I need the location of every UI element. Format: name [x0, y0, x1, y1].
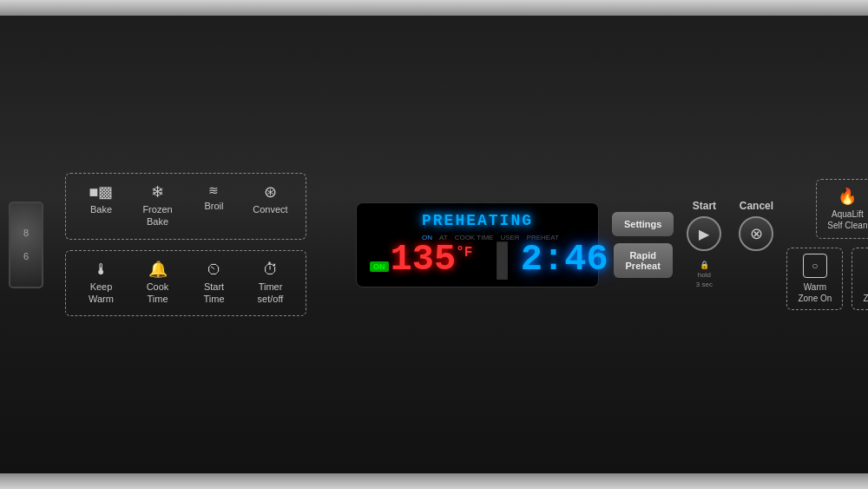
- warm-zone-off-button[interactable]: ⊗ Warm Zone Off: [852, 248, 868, 310]
- temperature-display: 135°F: [391, 241, 473, 278]
- aqualift-button[interactable]: 🔥 AquaLiftSelf Clean: [816, 179, 868, 239]
- on-badge: ON: [370, 261, 389, 272]
- broil-button[interactable]: ≋ Broil: [186, 179, 242, 234]
- time-function-group: 🌡 KeepWarm 🔔 CookTime ⏲ StartTime ⏱ Time…: [65, 250, 306, 317]
- timer-label: Timerset/off: [258, 281, 284, 306]
- rapid-preheat-label: RapidPreheat: [626, 250, 661, 271]
- knob-area: 8 6: [0, 16, 52, 473]
- top-button-row: ■▩ Bake ❄ FrozenBake ≋ Broil ⊛ Convect: [65, 173, 343, 240]
- starttime-icon: ⏲: [207, 261, 222, 277]
- bottom-button-row: 🌡 KeepWarm 🔔 CookTime ⏲ StartTime ⏱ Time…: [65, 250, 343, 317]
- aqualift-label: AquaLiftSelf Clean: [827, 208, 867, 231]
- oven-panel: 8 6 ■▩ Bake ❄ FrozenBake ≋: [0, 0, 868, 489]
- warm-zone-off-label: Warm Zone Off: [861, 281, 868, 304]
- convect-icon: ⊛: [264, 184, 277, 200]
- x-icon: ⊗: [750, 224, 763, 243]
- trim-top: [0, 0, 868, 16]
- timer-button[interactable]: ⏱ Timerset/off: [242, 256, 299, 311]
- broil-label: Broil: [204, 200, 223, 212]
- temp-time-row: ON 135°F ▐ 2:46: [370, 241, 585, 278]
- warm-zone-on-label: Warm Zone On: [796, 281, 833, 304]
- time-display: 2:46: [521, 241, 608, 278]
- center-controls: Settings RapidPreheat: [612, 212, 674, 278]
- right-section: 🔥 AquaLiftSelf Clean ○ Warm Zone On ⊗ Wa…: [786, 179, 868, 310]
- broil-icon: ≋: [208, 184, 220, 196]
- frozen-icon: ❄: [151, 184, 164, 200]
- cook-time-label: CookTime: [147, 281, 169, 306]
- hold-info: 🔒 hold3 sec: [696, 255, 713, 289]
- convect-label: Convect: [253, 203, 287, 215]
- temperature-knob[interactable]: 8 6: [9, 202, 43, 288]
- start-button[interactable]: ▶: [687, 216, 721, 251]
- trim-bottom: [0, 473, 868, 489]
- cook-time-button[interactable]: 🔔 CookTime: [129, 256, 186, 311]
- status-text: PREHEATING: [422, 212, 533, 229]
- frozen-bake-label: FrozenBake: [142, 203, 172, 228]
- display-header: PREHEATING: [370, 212, 585, 229]
- warm-zone-row: ○ Warm Zone On ⊗ Warm Zone Off: [786, 248, 868, 310]
- start-label: Start: [693, 200, 716, 212]
- start-time-label: StartTime: [203, 281, 224, 306]
- display-panel: PREHEATING ON AT COOK TIME USER PREHEAT …: [356, 202, 599, 287]
- cancel-button[interactable]: ⊗: [739, 216, 773, 251]
- cancel-group: Cancel ⊗: [739, 200, 773, 251]
- display-separator: ▐: [485, 241, 508, 278]
- warm-on-icon: ○: [803, 254, 827, 278]
- keep-warm-button[interactable]: 🌡 KeepWarm: [73, 256, 129, 311]
- cooking-mode-group: ■▩ Bake ❄ FrozenBake ≋ Broil ⊛ Convect: [65, 173, 306, 240]
- cancel-label: Cancel: [740, 200, 773, 212]
- rapid-preheat-button[interactable]: RapidPreheat: [614, 243, 673, 278]
- keep-warm-label: KeepWarm: [89, 281, 114, 306]
- start-group: Start ▶ 🔒 hold3 sec: [687, 200, 721, 289]
- main-content: ■▩ Bake ❄ FrozenBake ≋ Broil ⊛ Convect: [17, 173, 851, 316]
- bake-icon: ■▩: [89, 184, 114, 200]
- keepwarm-icon: 🌡: [94, 261, 109, 277]
- play-icon: ▶: [699, 226, 709, 242]
- cooktime-icon: 🔔: [148, 261, 168, 277]
- timer-icon: ⏱: [263, 261, 279, 277]
- left-buttons: ■▩ Bake ❄ FrozenBake ≋ Broil ⊛ Convect: [65, 173, 343, 316]
- start-time-button[interactable]: ⏲ StartTime: [186, 256, 242, 311]
- settings-button[interactable]: Settings: [612, 212, 674, 236]
- bake-label: Bake: [90, 203, 112, 215]
- start-cancel-area: Start ▶ 🔒 hold3 sec Cancel ⊗: [687, 200, 773, 289]
- lock-icon: 🔒: [700, 261, 709, 269]
- frozen-bake-button[interactable]: ❄ FrozenBake: [129, 179, 186, 234]
- hold-text: hold3 sec: [696, 271, 713, 289]
- temp-unit: °F: [456, 245, 472, 261]
- bake-button[interactable]: ■▩ Bake: [73, 179, 129, 234]
- convect-button[interactable]: ⊛ Convect: [242, 179, 299, 234]
- aqualift-icon: 🔥: [838, 187, 857, 206]
- warm-zone-on-button[interactable]: ○ Warm Zone On: [786, 248, 843, 310]
